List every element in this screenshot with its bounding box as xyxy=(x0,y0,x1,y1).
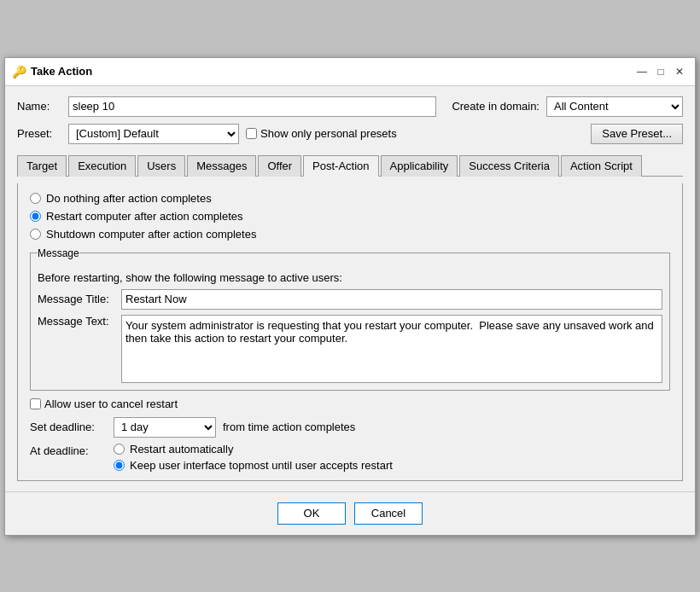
maximize-button[interactable]: □ xyxy=(652,63,669,80)
window-icon: 🔑 xyxy=(12,65,26,78)
tabs-bar: Target Execution Users Messages Offer Po… xyxy=(17,154,683,177)
deadline-suffix: from time action completes xyxy=(223,421,355,433)
radio-nothing-text: Do nothing after action completes xyxy=(46,192,212,205)
post-action-content: Do nothing after action completes Restar… xyxy=(17,183,683,481)
cancel-button[interactable]: Cancel xyxy=(354,502,423,525)
allow-cancel-label[interactable]: Allow user to cancel restart xyxy=(30,398,178,410)
at-deadline-label: At deadline: xyxy=(30,443,107,457)
radio-restart-auto-label[interactable]: Restart automatically xyxy=(114,443,393,456)
save-preset-button[interactable]: Save Preset... xyxy=(591,124,683,144)
name-row: Name: Create in domain: All Content xyxy=(17,96,683,117)
radio-restart-auto[interactable] xyxy=(114,444,125,455)
minimize-button[interactable]: — xyxy=(633,63,650,80)
radio-keep-ui-text: Keep user interface topmost until user a… xyxy=(130,459,393,472)
at-deadline-row: At deadline: Restart automatically Keep … xyxy=(30,443,670,472)
dialog-content: Name: Create in domain: All Content Pres… xyxy=(5,86,695,491)
personal-presets-checkbox[interactable] xyxy=(246,128,257,139)
title-bar-left: 🔑 Take Action xyxy=(12,65,92,78)
radio-shutdown[interactable] xyxy=(30,229,41,240)
window-title: Take Action xyxy=(31,65,92,78)
tab-success-criteria[interactable]: Success Criteria xyxy=(459,155,559,177)
name-label: Name: xyxy=(17,100,61,113)
title-bar: 🔑 Take Action — □ ✕ xyxy=(5,58,695,86)
bottom-bar: OK Cancel xyxy=(5,491,695,535)
deadline-label: Set deadline: xyxy=(30,421,107,433)
radio-restart-label[interactable]: Restart computer after action completes xyxy=(30,210,670,223)
tab-applicability[interactable]: Applicability xyxy=(381,155,458,177)
personal-presets-checkbox-label[interactable]: Show only personal presets xyxy=(246,127,397,140)
main-window: 🔑 Take Action — □ ✕ Name: Create in doma… xyxy=(4,57,696,536)
domain-select[interactable]: All Content xyxy=(546,96,683,117)
deadline-row: Set deadline: 1 day from time action com… xyxy=(30,417,670,438)
radio-shutdown-text: Shutdown computer after action completes xyxy=(46,228,256,241)
message-title-input[interactable] xyxy=(121,289,662,310)
message-title-row: Message Title: xyxy=(38,289,662,310)
deadline-select[interactable]: 1 day xyxy=(114,417,216,438)
preset-select[interactable]: [Custom] Default xyxy=(68,124,239,144)
radio-keep-ui[interactable] xyxy=(114,460,125,471)
allow-cancel-text: Allow user to cancel restart xyxy=(44,398,178,410)
radio-nothing-label[interactable]: Do nothing after action completes xyxy=(30,192,670,205)
radio-nothing[interactable] xyxy=(30,193,41,204)
message-legend: Message xyxy=(38,247,79,259)
tab-post-action[interactable]: Post-Action xyxy=(303,155,378,177)
message-text-row: Message Text: xyxy=(38,315,662,383)
allow-cancel-row: Allow user to cancel restart xyxy=(30,398,670,410)
title-controls: — □ ✕ xyxy=(633,63,688,80)
radio-restart-text: Restart computer after action completes xyxy=(46,210,243,223)
radio-keep-ui-label[interactable]: Keep user interface topmost until user a… xyxy=(114,459,393,472)
radio-restart-auto-text: Restart automatically xyxy=(130,443,233,456)
message-text-area[interactable] xyxy=(121,315,662,383)
message-text-label: Message Text: xyxy=(38,315,114,383)
preset-label: Preset: xyxy=(17,127,61,140)
before-restarting-text: Before restarting, show the following me… xyxy=(38,271,662,284)
tab-offer[interactable]: Offer xyxy=(258,155,301,177)
tab-execution[interactable]: Execution xyxy=(68,155,136,177)
post-action-radio-group: Do nothing after action completes Restar… xyxy=(30,192,670,241)
personal-presets-label: Show only personal presets xyxy=(260,127,397,140)
allow-cancel-checkbox[interactable] xyxy=(30,398,41,409)
at-deadline-radios: Restart automatically Keep user interfac… xyxy=(114,443,393,472)
domain-label: Create in domain: xyxy=(452,100,540,113)
tab-target[interactable]: Target xyxy=(17,155,67,177)
name-input[interactable] xyxy=(68,96,436,117)
preset-row: Preset: [Custom] Default Show only perso… xyxy=(17,124,683,144)
message-title-label: Message Title: xyxy=(38,293,114,305)
message-fieldset: Message Before restarting, show the foll… xyxy=(30,247,670,391)
ok-button[interactable]: OK xyxy=(277,502,346,525)
tab-action-script[interactable]: Action Script xyxy=(561,155,642,177)
radio-shutdown-label[interactable]: Shutdown computer after action completes xyxy=(30,228,670,241)
tab-users[interactable]: Users xyxy=(137,155,185,177)
close-button[interactable]: ✕ xyxy=(671,63,688,80)
radio-restart[interactable] xyxy=(30,211,41,222)
tab-messages[interactable]: Messages xyxy=(187,155,256,177)
